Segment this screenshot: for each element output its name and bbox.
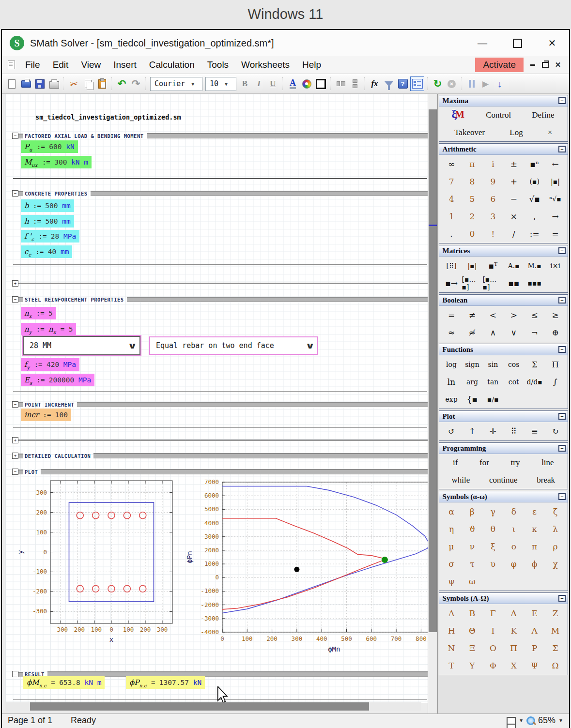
tau-button[interactable]: τ bbox=[462, 555, 483, 573]
summation-button[interactable]: Σ bbox=[524, 356, 545, 373]
greater-than-button[interactable]: > bbox=[503, 306, 524, 324]
panel-collapse-button[interactable]: − bbox=[558, 493, 566, 500]
cut-button[interactable]: ✂ bbox=[67, 77, 80, 91]
region-expand-button[interactable]: + bbox=[12, 437, 18, 443]
decimal-point-button[interactable]: . bbox=[441, 225, 462, 243]
redo-button[interactable]: ↷ bbox=[129, 77, 142, 91]
zoom-dropdown-arrow[interactable]: ▼ bbox=[558, 718, 563, 723]
palette-button[interactable] bbox=[300, 77, 313, 91]
panel-header[interactable]: Matrices− bbox=[439, 245, 568, 257]
section-collapse-button[interactable]: + bbox=[12, 453, 18, 459]
math-region[interactable]: ny := nx = 5 bbox=[21, 323, 76, 335]
plus-minus-button[interactable]: ± bbox=[503, 155, 524, 173]
page-layout-dropdown-arrow[interactable]: ▼ bbox=[519, 718, 524, 723]
panel-collapse-button[interactable]: − bbox=[558, 346, 566, 353]
zoom-icon[interactable] bbox=[526, 716, 535, 725]
xi-button[interactable]: ξ bbox=[482, 538, 503, 555]
print-button[interactable] bbox=[47, 77, 61, 91]
nu-button[interactable]: ν bbox=[462, 538, 483, 555]
paste-button[interactable] bbox=[95, 77, 108, 91]
font-select[interactable]: Courier▼ bbox=[150, 77, 202, 91]
rebar-dropdown-0[interactable]: 28 MM∨ bbox=[23, 336, 140, 355]
math-region[interactable]: fy := 420 MPa bbox=[21, 358, 79, 371]
omicron-button[interactable]: ο bbox=[503, 538, 524, 555]
section-header[interactable]: −STEEL REINFORCEMENT PROPERTIES bbox=[12, 296, 428, 303]
Iota-button[interactable]: Ι bbox=[482, 622, 503, 639]
Kappa-button[interactable]: Κ bbox=[503, 622, 524, 639]
rebar-layout-chart-box[interactable]: -300-200-1000100200300-300-200-100010020… bbox=[16, 475, 178, 651]
copy-button[interactable] bbox=[81, 77, 94, 91]
Lambda-button[interactable]: Λ bbox=[524, 622, 545, 639]
save-button[interactable] bbox=[33, 77, 46, 91]
zeta-button[interactable]: ζ bbox=[545, 503, 566, 520]
sign-button[interactable]: sign bbox=[462, 356, 483, 373]
digit-8-button[interactable]: 8 bbox=[462, 173, 483, 190]
upsilon-button[interactable]: υ bbox=[482, 555, 503, 573]
collapsed-region[interactable]: + bbox=[12, 280, 428, 287]
section-header[interactable]: −PLOT bbox=[12, 469, 428, 475]
digit-7-button[interactable]: 7 bbox=[441, 173, 462, 190]
Alpha-button[interactable]: Α bbox=[441, 605, 462, 622]
panel-collapse-button[interactable]: − bbox=[558, 595, 566, 602]
Omicron-button[interactable]: Ο bbox=[482, 639, 503, 657]
infinity-button[interactable]: ∞ bbox=[441, 155, 462, 173]
filter-button[interactable] bbox=[382, 77, 395, 91]
interaction-diagram-chart[interactable]: 0100200300400500600700800-4000-3000-2000… bbox=[184, 476, 431, 654]
panel-collapse-button[interactable]: − bbox=[558, 297, 566, 303]
mu-button[interactable]: μ bbox=[441, 538, 462, 555]
comma-button[interactable]: , bbox=[524, 208, 545, 225]
evaluate-arrow-button[interactable]: → bbox=[545, 208, 566, 225]
math-region[interactable]: Mux := 300 kN m bbox=[21, 156, 92, 168]
chi-button[interactable]: χ bbox=[545, 555, 566, 573]
align-horizontal-button[interactable] bbox=[334, 77, 347, 91]
interaction-diagram-box[interactable]: 0100200300400500600700800-4000-3000-2000… bbox=[184, 476, 431, 656]
kappa-button[interactable]: κ bbox=[524, 520, 545, 538]
and-button[interactable]: ∧ bbox=[482, 324, 503, 341]
open-button[interactable] bbox=[19, 77, 32, 91]
panel-header[interactable]: Symbols (Α-Ω)− bbox=[439, 593, 568, 604]
math-region[interactable]: h := 500 mm bbox=[21, 215, 74, 228]
move-up-button[interactable]: ↑ bbox=[462, 423, 483, 440]
move-button[interactable]: ✛ bbox=[482, 423, 503, 440]
font-color-button[interactable]: A bbox=[286, 77, 299, 91]
Mu-button[interactable]: Μ bbox=[545, 622, 566, 639]
digit-4-button[interactable]: 4 bbox=[441, 190, 462, 208]
product-button[interactable]: Π bbox=[545, 356, 566, 373]
divide-button[interactable]: / bbox=[503, 225, 524, 243]
Tau-button[interactable]: Τ bbox=[441, 657, 462, 674]
sin-button[interactable]: sin bbox=[482, 356, 503, 373]
digit-5-button[interactable]: 5 bbox=[462, 190, 483, 208]
mdi-close-button[interactable]: ✕ bbox=[552, 60, 564, 70]
rotate-button[interactable]: ↺ bbox=[441, 423, 462, 440]
theta-script-button[interactable]: ϑ bbox=[462, 520, 483, 538]
function-button[interactable]: fx bbox=[368, 77, 381, 91]
recalculate-button[interactable]: ↻ bbox=[431, 77, 444, 91]
panel-header[interactable]: Plot− bbox=[439, 411, 568, 422]
menu-item-edit[interactable]: Edit bbox=[46, 58, 75, 72]
mdi-minimize-button[interactable] bbox=[526, 60, 539, 70]
minor-button[interactable]: M.▪ bbox=[524, 257, 545, 274]
approx-equal-button[interactable]: ≈ bbox=[441, 324, 462, 341]
transpose-button[interactable]: ▪ᵀ bbox=[482, 257, 503, 274]
gamma-button[interactable]: γ bbox=[482, 503, 503, 520]
new-button[interactable] bbox=[5, 77, 18, 91]
step-button[interactable]: ↓ bbox=[493, 77, 506, 91]
vertical-scrollbar[interactable] bbox=[428, 94, 437, 713]
plus-button[interactable]: + bbox=[503, 173, 524, 190]
math-region[interactable]: ϕPn.c = 1307.57 kN bbox=[126, 676, 205, 689]
align-vertical-button[interactable] bbox=[348, 77, 361, 91]
minimize-button[interactable]: — bbox=[468, 33, 496, 53]
minus-button[interactable]: − bbox=[503, 190, 524, 208]
backspace-button[interactable]: ← bbox=[545, 155, 566, 173]
math-region[interactable]: b := 500 mm bbox=[21, 199, 74, 212]
Pi-upper-button[interactable]: Π bbox=[503, 639, 524, 657]
parentheses-button[interactable]: (▪) bbox=[524, 173, 545, 190]
integral-button[interactable]: ∫ bbox=[545, 373, 566, 391]
section-collapse-button[interactable]: − bbox=[12, 190, 18, 197]
panel-collapse-button[interactable]: − bbox=[558, 247, 566, 254]
maximize-button[interactable] bbox=[503, 33, 531, 53]
page-layout-icon[interactable] bbox=[507, 717, 516, 725]
panel-collapse-button[interactable]: − bbox=[558, 413, 566, 420]
menu-item-insert[interactable]: Insert bbox=[107, 58, 143, 72]
Xi-button[interactable]: Ξ bbox=[462, 639, 483, 657]
